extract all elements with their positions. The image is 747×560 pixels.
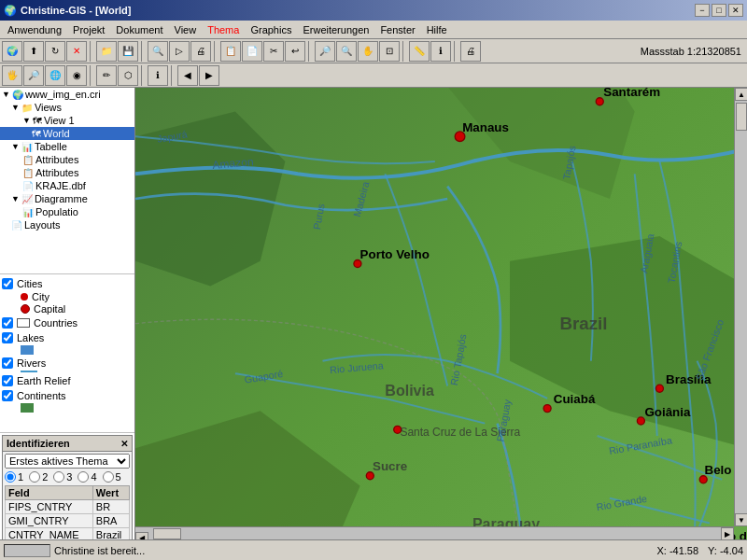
tree-view[interactable]: ▼ 🌍 www_img_en.cri ▼ 📁 Views ▼ 🗺 View 1 … — [0, 88, 134, 274]
tb2-draw[interactable]: ✏ — [96, 65, 117, 86]
tb-stop[interactable]: ✕ — [66, 41, 87, 62]
tb-paste[interactable]: 📄 — [242, 41, 262, 62]
tree-node-kraje[interactable]: 📄 KRAJE.dbf — [0, 179, 134, 192]
scroll-thumb[interactable] — [736, 103, 747, 131]
legend-continents-check[interactable] — [2, 390, 13, 401]
menu-thema[interactable]: Thema — [202, 22, 245, 37]
value-fips: BR — [92, 500, 129, 514]
map-area[interactable]: Belém São Luís Santarém Manaus Porto Vel… — [135, 88, 747, 539]
legend-earthrelief: Earth Relief — [2, 373, 133, 388]
tree-node-attr2[interactable]: 📋 Attributes — [0, 166, 134, 179]
tree-node-view1[interactable]: ▼ 🗺 View 1 — [0, 114, 134, 127]
tb-refresh[interactable]: ↻ — [45, 41, 65, 62]
tb2-next[interactable]: ▶ — [199, 65, 219, 86]
legend-rivers-check[interactable] — [2, 357, 13, 369]
status-ready-text: Christine ist bereit... — [54, 545, 145, 556]
menu-graphics[interactable]: Graphics — [245, 22, 297, 37]
tb2-hand[interactable]: 🖐 — [2, 65, 22, 86]
tb-copy[interactable]: 📋 — [220, 41, 241, 62]
sep-1 — [90, 41, 93, 62]
close-button[interactable]: ✕ — [728, 4, 743, 17]
legend-lakes-check[interactable] — [2, 332, 13, 343]
col-wert: Wert — [92, 486, 129, 500]
scrollbar-horizontal[interactable]: ◀ ▶ — [135, 526, 734, 539]
tree-node-root[interactable]: ▼ 🌍 www_img_en.cri — [0, 88, 134, 101]
tb-print[interactable]: 🖨 — [190, 41, 211, 62]
tb-select[interactable]: ▷ — [169, 41, 190, 62]
radio-input-4[interactable] — [78, 471, 89, 483]
sep-4 — [308, 41, 312, 62]
radio-input-2[interactable] — [29, 471, 40, 483]
maximize-button[interactable]: □ — [712, 4, 726, 17]
tb-save[interactable]: 💾 — [118, 41, 138, 62]
tb2-info2[interactable]: ℹ — [148, 65, 168, 86]
tb2-prev[interactable]: ◀ — [177, 65, 198, 86]
tb2-globe2[interactable]: 🌐 — [45, 65, 65, 86]
scroll-right-btn[interactable]: ▶ — [721, 527, 734, 539]
capital-dot-icon — [21, 304, 30, 314]
expand-diagramme[interactable]: ▼ — [11, 194, 20, 203]
tb-zoom-out[interactable]: 🔍 — [336, 41, 357, 62]
legend-rivers-label: Rivers — [17, 357, 46, 369]
expand-view1[interactable]: ▼ — [22, 116, 31, 125]
tb-measure[interactable]: 📏 — [409, 41, 430, 62]
menu-hilfe[interactable]: Hilfe — [421, 22, 453, 37]
tree-node-layouts[interactable]: 📄 Layouts — [0, 218, 134, 231]
tb-pan[interactable]: ✋ — [358, 41, 378, 62]
radio-input-1[interactable] — [5, 471, 16, 483]
minimize-button[interactable]: − — [695, 4, 710, 17]
tb-up[interactable]: ⬆ — [23, 41, 44, 62]
menu-erweiterungen[interactable]: Erweiterungen — [297, 22, 374, 37]
tb-extent[interactable]: ⊡ — [379, 41, 400, 62]
menu-dokument[interactable]: Dokument — [110, 22, 168, 37]
app-icon: 🌍 — [4, 5, 17, 17]
toolbar-2: 🖐 🔎 🌐 ◉ ✏ ⬡ ℹ ◀ ▶ — [0, 63, 747, 88]
expand-views[interactable]: ▼ — [11, 103, 20, 112]
scroll-left-btn[interactable]: ◀ — [135, 532, 148, 540]
legend-countries-check[interactable] — [2, 317, 13, 329]
coord-y: Y: -4.04 — [708, 545, 743, 556]
menu-projekt[interactable]: Projekt — [67, 22, 110, 37]
tb2-node[interactable]: ◉ — [66, 65, 87, 86]
tb-zoom-in[interactable]: 🔎 — [315, 41, 335, 62]
tb2-zoom[interactable]: 🔎 — [23, 65, 44, 86]
legend-countries-label: Countries — [34, 317, 78, 329]
tb-undo[interactable]: ↩ — [285, 41, 305, 62]
tb-search[interactable]: 🔍 — [148, 41, 168, 62]
tree-icon-kraje: 📄 — [22, 181, 34, 191]
tb-globe[interactable]: 🌍 — [2, 41, 22, 62]
theme-select[interactable]: Erstes aktives Thema — [5, 454, 130, 469]
radio-input-3[interactable] — [53, 471, 64, 483]
tree-node-tabelle[interactable]: ▼ 📊 Tabelle — [0, 140, 134, 153]
menu-fenster[interactable]: Fenster — [374, 22, 420, 37]
legend-cities-check[interactable] — [2, 278, 13, 289]
tb2-polygon[interactable]: ⬡ — [118, 65, 138, 86]
menu-anwendung[interactable]: Anwendung — [2, 22, 67, 37]
tb-info[interactable]: ℹ — [430, 41, 451, 62]
tree-label-attr2: Attributes — [35, 167, 78, 178]
identify-title: Identifizieren — [7, 438, 70, 449]
tree-node-world[interactable]: 🗺 World — [0, 127, 134, 140]
legend-cities: Cities — [2, 276, 133, 291]
radio-input-5[interactable] — [103, 471, 114, 483]
tree-node-attr1[interactable]: 📋 Attributes — [0, 153, 134, 166]
scroll-down-btn[interactable]: ▼ — [735, 513, 747, 526]
label-brazil: Brazil — [559, 314, 607, 333]
tree-node-diagramme[interactable]: ▼ 📈 Diagramme — [0, 192, 134, 205]
scroll-up-btn[interactable]: ▲ — [735, 88, 747, 101]
scroll-hthumb[interactable] — [153, 528, 181, 539]
tb-print2[interactable]: 🖨 — [460, 41, 481, 62]
tree-node-populatio[interactable]: 📊 Populatio — [0, 205, 134, 218]
legend-earthrelief-check[interactable] — [2, 375, 13, 386]
menu-view[interactable]: View — [169, 22, 203, 37]
identify-header: Identifizieren ✕ — [3, 436, 132, 452]
identify-close-btn[interactable]: ✕ — [120, 439, 128, 449]
tree-icon-layouts: 📄 — [11, 220, 22, 231]
tree-node-views[interactable]: ▼ 📁 Views — [0, 101, 134, 114]
tb-open[interactable]: 📁 — [96, 41, 117, 62]
scrollbar-vertical[interactable]: ▲ ▼ — [734, 88, 747, 526]
expand-tabelle[interactable]: ▼ — [11, 142, 20, 151]
expand-root[interactable]: ▼ — [2, 90, 10, 99]
field-table: Feld Wert FIPS_CNTRY BR GMI_CNTRY BRA — [5, 485, 130, 539]
tb-cut[interactable]: ✂ — [263, 41, 284, 62]
